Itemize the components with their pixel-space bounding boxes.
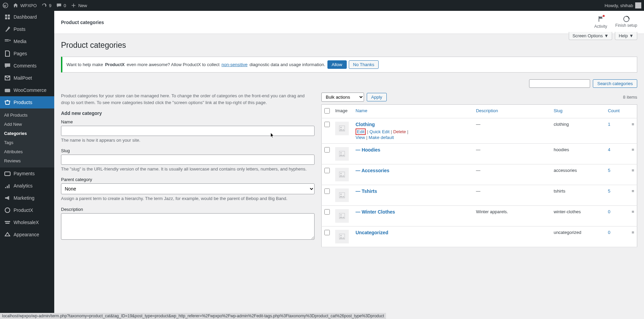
svg-point-3 — [5, 208, 10, 213]
drag-handle[interactable]: ≡ — [629, 118, 637, 144]
menu-posts[interactable]: Posts — [0, 23, 54, 35]
row-title-link[interactable]: — Tshirts — [356, 188, 377, 194]
menu-mailpoet[interactable]: MailPoet — [0, 72, 54, 84]
menu-analytics[interactable]: Analytics — [0, 180, 54, 192]
submenu-all-products[interactable]: All Products — [0, 111, 54, 120]
menu-woocommerce[interactable]: WooCommerce — [0, 84, 54, 96]
row-desc: — — [473, 164, 551, 185]
row-count-link[interactable]: 1 — [608, 122, 610, 127]
menu-payments[interactable]: Payments — [0, 167, 54, 180]
row-checkbox[interactable] — [324, 230, 330, 235]
row-title-link[interactable]: Clothing — [356, 122, 375, 127]
row-checkbox[interactable] — [324, 188, 330, 194]
menu-wholesalex[interactable]: WholesaleX — [0, 216, 54, 228]
col-count[interactable]: Count — [608, 108, 620, 113]
drag-handle[interactable]: ≡ — [629, 144, 637, 164]
finish-setup-button[interactable]: Finish setup — [615, 16, 637, 29]
delete-link[interactable]: Delete — [393, 129, 406, 134]
select-all-checkbox[interactable] — [324, 108, 330, 114]
row-slug: winter-clothes — [551, 206, 605, 226]
row-count-link[interactable]: 4 — [608, 147, 610, 152]
image-placeholder — [335, 147, 349, 161]
menu-appearance[interactable]: Appearance — [0, 228, 54, 241]
howdy-user[interactable]: Howdy, shihab — [605, 2, 641, 8]
table-row: — Tshirts—tshirts5≡ — [322, 185, 637, 206]
view-link[interactable]: View — [356, 135, 365, 140]
name-label: Name — [61, 119, 315, 124]
image-placeholder — [335, 122, 349, 135]
row-title-link[interactable]: — Winter Clothes — [356, 209, 395, 215]
row-title-link[interactable]: — Hoodies — [356, 147, 380, 153]
comments-count[interactable]: 0 — [56, 3, 66, 8]
search-input[interactable] — [529, 79, 590, 88]
drag-handle[interactable]: ≡ — [629, 226, 637, 247]
edit-link[interactable]: Edit — [357, 129, 364, 134]
svg-rect-1 — [5, 89, 10, 92]
non-sensitive-link[interactable]: non-sensitive — [222, 62, 248, 67]
new-content[interactable]: New — [71, 3, 87, 8]
drag-handle[interactable]: ≡ — [629, 185, 637, 206]
items-count: 8 items — [623, 95, 637, 100]
svg-point-8 — [340, 152, 342, 154]
description-textarea[interactable] — [61, 213, 315, 240]
row-checkbox[interactable] — [324, 209, 330, 215]
submenu-add-new[interactable]: Add New — [0, 120, 54, 129]
menu-comments[interactable]: Comments — [0, 60, 54, 72]
table-row: Uncategorizeduncategorized0≡ — [322, 226, 637, 247]
row-count-link[interactable]: 5 — [608, 188, 610, 194]
row-title-link[interactable]: — Accessories — [356, 168, 389, 173]
apply-button[interactable]: Apply — [367, 93, 387, 101]
quick-edit-link[interactable]: Quick Edit — [369, 129, 389, 134]
row-count-link[interactable]: 0 — [608, 209, 610, 214]
table-row: — Accessories—accessories5≡ — [322, 164, 637, 185]
help-text: Product categories for your store can be… — [61, 93, 315, 106]
slug-input[interactable] — [61, 155, 315, 165]
menu-marketing[interactable]: Marketing — [0, 192, 54, 204]
menu-dashboard[interactable]: Dashboard — [0, 11, 54, 23]
svg-rect-2 — [5, 172, 10, 176]
row-desc — [473, 226, 551, 247]
search-categories-button[interactable]: Search categories — [593, 79, 637, 88]
help-tab[interactable]: Help ▼ — [615, 32, 637, 40]
row-title-link[interactable]: Uncategorized — [356, 230, 388, 235]
row-checkbox[interactable] — [324, 147, 330, 153]
main-content: Product categories Activity Finish setup… — [54, 11, 644, 319]
parent-select[interactable]: None — [61, 183, 315, 194]
menu-products[interactable]: Products — [0, 96, 54, 108]
wp-logo[interactable] — [3, 3, 8, 8]
row-count-link[interactable]: 5 — [608, 168, 610, 173]
drag-handle[interactable]: ≡ — [629, 164, 637, 185]
table-row: — Hoodies—hoodies4≡ — [322, 144, 637, 164]
breadcrumb-title: Product categories — [61, 20, 104, 25]
col-name[interactable]: Name — [356, 108, 367, 113]
row-desc: — — [473, 185, 551, 206]
activity-button[interactable]: Activity — [594, 16, 607, 29]
site-name[interactable]: WPXPO — [13, 3, 37, 8]
make-default-link[interactable]: Make default — [369, 135, 394, 140]
menu-productx[interactable]: ProductX — [0, 204, 54, 216]
row-desc: — — [473, 144, 551, 164]
bulk-actions-select[interactable]: Bulk actions — [321, 93, 364, 102]
row-count-link[interactable]: 0 — [608, 230, 610, 235]
slug-label: Slug — [61, 148, 315, 153]
description-label: Description — [61, 207, 315, 212]
submenu-categories[interactable]: Categories — [0, 129, 54, 138]
col-slug[interactable]: Slug — [554, 108, 562, 113]
updates[interactable]: 9 — [41, 3, 51, 8]
image-placeholder — [335, 168, 349, 181]
image-placeholder — [335, 230, 349, 243]
no-thanks-button[interactable]: No Thanks — [349, 60, 379, 69]
submenu-attributes[interactable]: Attributes — [0, 147, 54, 156]
row-checkbox[interactable] — [324, 168, 330, 173]
drag-handle[interactable]: ≡ — [629, 206, 637, 226]
submenu-tags[interactable]: Tags — [0, 138, 54, 147]
name-input[interactable] — [61, 126, 315, 136]
col-desc[interactable]: Description — [476, 108, 498, 113]
menu-pages[interactable]: Pages — [0, 47, 54, 60]
page-title: Product categories — [61, 34, 637, 53]
allow-button[interactable]: Allow — [327, 60, 347, 69]
menu-media[interactable]: Media — [0, 35, 54, 47]
submenu-reviews[interactable]: Reviews — [0, 156, 54, 165]
row-checkbox[interactable] — [324, 122, 330, 127]
screen-options-tab[interactable]: Screen Options ▼ — [569, 32, 612, 40]
